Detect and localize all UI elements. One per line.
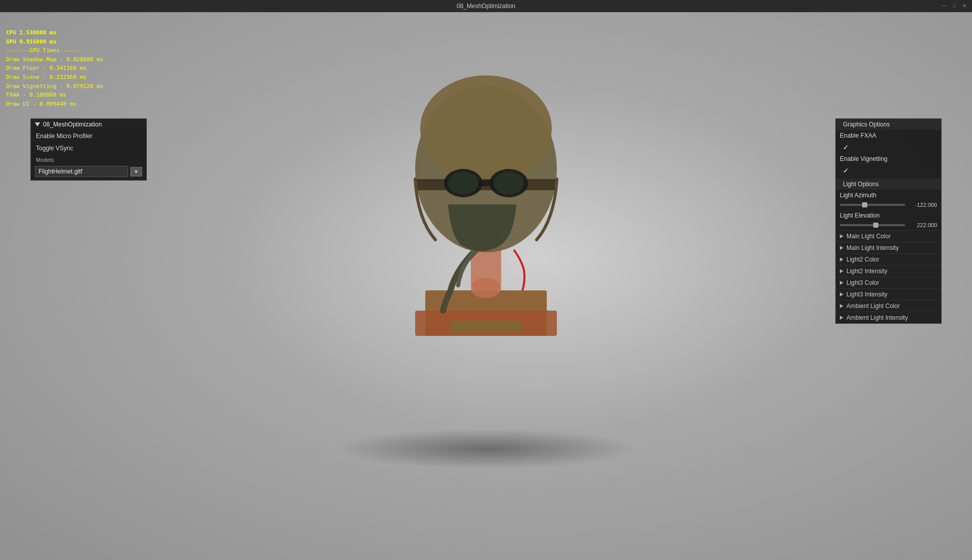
models-label: Models (31, 154, 146, 164)
collapsible-row-2[interactable]: Light2 Color (836, 253, 941, 265)
scene-viewport: CPU 1.530000 ms GPU 0.916080 ms -------G… (0, 12, 972, 560)
perf-shadow-map: Draw Shadow Map - 0.028680 ms (6, 55, 103, 64)
svg-point-10 (490, 169, 528, 197)
collapsible-label-4: Light3 Color (846, 279, 879, 286)
svg-point-6 (420, 75, 552, 182)
perf-vignetting: Draw Vignetting - 0.079120 ms (6, 82, 103, 91)
left-panel-header[interactable]: 08_MeshOptimization (31, 119, 146, 130)
perf-scene: Draw Scene - 0.222360 ms (6, 73, 103, 82)
collapsible-triangle-icon-6 (840, 304, 843, 308)
light-elevation-slider-row: 222.000 (836, 221, 941, 230)
collapsible-row-7[interactable]: Ambient Light Intensity (836, 312, 941, 323)
svg-point-5 (415, 85, 557, 252)
toggle-vsync-button[interactable]: Toggle VSync (31, 142, 146, 154)
light-elevation-thumb[interactable] (873, 223, 878, 228)
left-panel-title: 08_MeshOptimization (43, 121, 102, 128)
titlebar: 08_MeshOptimization ─ □ ✕ (0, 0, 972, 12)
light-elevation-value: 222.000 (909, 222, 937, 228)
svg-rect-4 (471, 230, 501, 290)
collapsible-row-0[interactable]: Main Light Color (836, 230, 941, 242)
light-azimuth-label: Light Azimuth (836, 190, 941, 201)
svg-rect-0 (425, 290, 547, 336)
gpu-times-separator: -------GPU Times------- (6, 46, 103, 55)
enable-fxaa-label: Enable FXAA (836, 130, 941, 141)
fxaa-check-icon: ✓ (840, 143, 849, 151)
collapsible-row-1[interactable]: Main Light Intensity (836, 242, 941, 253)
collapsible-row-5[interactable]: Light3 Intensity (836, 288, 941, 300)
select-arrow-icon[interactable]: ▼ (130, 167, 142, 177)
collapsible-label-1: Main Light Intensity (846, 244, 899, 251)
light-options-title: Light Options (843, 181, 879, 188)
collapsible-triangle-icon-4 (840, 281, 843, 285)
collapsible-triangle-icon-5 (840, 292, 843, 296)
collapsible-label-3: Light2 Intensity (846, 268, 887, 275)
collapsible-triangle-icon-7 (840, 316, 843, 320)
maximize-button[interactable]: □ (951, 3, 958, 10)
collapsible-row-3[interactable]: Light2 Intensity (836, 265, 941, 277)
collapsible-triangle-icon-1 (840, 246, 843, 250)
close-button[interactable]: ✕ (961, 3, 968, 10)
performance-overlay: CPU 1.530000 ms GPU 0.916080 ms -------G… (6, 28, 103, 108)
light-azimuth-value: -122.000 (909, 202, 937, 208)
minimize-button[interactable]: ─ (941, 3, 948, 10)
model-select-row: FlightHelmet.gltf ▼ (31, 164, 146, 180)
light-options-header[interactable]: Light Options (836, 179, 941, 190)
collapsible-label-7: Ambient Light Intensity (846, 314, 908, 321)
collapsible-list: Main Light ColorMain Light IntensityLigh… (836, 230, 941, 323)
perf-ui: Draw UI - 0.009440 ms (6, 100, 103, 109)
enable-fxaa-checkbox[interactable]: ✓ (836, 141, 941, 153)
left-panel-collapse-icon (35, 122, 40, 126)
svg-point-8 (444, 169, 482, 197)
collapsible-triangle-icon-0 (840, 234, 843, 238)
collapsible-label-0: Main Light Color (846, 233, 890, 240)
graphics-options-title: Graphics Options (843, 121, 890, 128)
light-elevation-label: Light Elevation (836, 210, 941, 221)
collapsible-triangle-icon-2 (840, 257, 843, 262)
cpu-time: CPU 1.530000 ms (6, 28, 103, 37)
svg-rect-2 (451, 321, 521, 332)
gpu-time: GPU 0.916080 ms (6, 37, 103, 47)
titlebar-title: 08_MeshOptimization (457, 3, 515, 10)
svg-point-11 (494, 172, 524, 194)
svg-rect-12 (478, 180, 494, 186)
svg-point-9 (448, 172, 478, 194)
collapsible-label-6: Ambient Light Color (846, 303, 900, 310)
enable-micro-profiler-button[interactable]: Enable Micro Profiler (31, 130, 146, 142)
enable-vignetting-checkbox[interactable]: ✓ (836, 164, 941, 177)
svg-rect-1 (415, 311, 557, 336)
titlebar-controls: ─ □ ✕ (941, 0, 968, 12)
model-select[interactable]: FlightHelmet.gltf (35, 166, 128, 177)
perf-fxaa: FXAA - 0.180880 ms (6, 91, 103, 100)
light-azimuth-slider-row: -122.000 (836, 201, 941, 210)
right-panel: Graphics Options Enable FXAA ✓ Enable Vi… (835, 118, 942, 324)
enable-vignetting-label: Enable Vignetting (836, 153, 941, 164)
collapsible-label-2: Light2 Color (846, 256, 879, 263)
collapsible-label-5: Light3 Intensity (846, 291, 887, 298)
vignetting-check-icon: ✓ (840, 166, 849, 175)
helmet-svg (364, 58, 608, 351)
perf-floor: Draw Floor - 0.341160 ms (6, 64, 103, 73)
light-azimuth-thumb[interactable] (862, 202, 867, 207)
collapsible-triangle-icon-3 (840, 269, 843, 273)
light-azimuth-slider[interactable] (840, 204, 905, 206)
svg-rect-7 (415, 179, 557, 190)
svg-point-3 (471, 278, 501, 298)
collapsible-row-4[interactable]: Light3 Color (836, 277, 941, 288)
floor-shadow (334, 428, 638, 469)
graphics-options-header[interactable]: Graphics Options (836, 119, 941, 130)
collapsible-row-6[interactable]: Ambient Light Color (836, 300, 941, 312)
3d-model-display (359, 53, 613, 356)
light-elevation-slider[interactable] (840, 224, 905, 226)
left-panel: 08_MeshOptimization Enable Micro Profile… (30, 118, 147, 181)
